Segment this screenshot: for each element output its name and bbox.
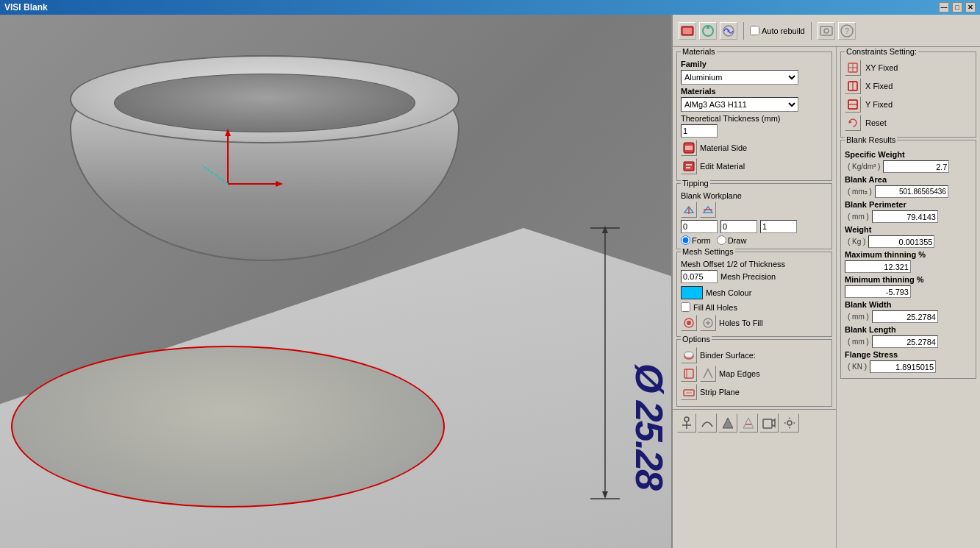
blank-length-unit: ( mm )	[848, 338, 869, 346]
mesh-colour-swatch[interactable]	[681, 286, 703, 299]
svg-point-16	[824, 29, 829, 33]
svg-point-14	[728, 29, 730, 32]
flange-stress-unit: ( KN )	[848, 363, 867, 371]
holes-to-fill-label: Holes To Fill	[719, 319, 763, 327]
family-label: Family	[681, 60, 828, 68]
svg-point-32	[684, 352, 693, 357]
coord-x-input[interactable]	[681, 220, 718, 233]
toolbar-separator-1	[743, 22, 744, 40]
materials-section: Materials Family Aluminium Materials AlM…	[676, 51, 832, 181]
toolbar-separator-2	[811, 22, 812, 40]
reset-icon[interactable]	[845, 115, 861, 131]
strip-plane-icon[interactable]	[681, 384, 697, 400]
form-radio-label[interactable]: Form	[681, 235, 711, 245]
constraints-section: Constraints Setting: XY Fixed X Fixed	[840, 51, 976, 138]
binder-surface-label: Binder Surface:	[700, 351, 756, 360]
minimize-button[interactable]: ―	[939, 2, 949, 13]
measure-icon[interactable]	[720, 22, 737, 40]
svg-line-4	[202, 166, 228, 184]
x-fixed-row: X Fixed	[845, 78, 972, 94]
map-edges-label: Map Edges	[719, 369, 760, 378]
family-dropdown[interactable]: Aluminium	[681, 70, 798, 85]
options-legend: Options	[681, 335, 712, 344]
max-thinning-group: Maximum thinning %	[845, 250, 972, 259]
map-edges-row: Map Edges	[681, 366, 828, 382]
strip-plane-label: Strip Plane	[700, 388, 740, 396]
draw-label-text: Draw	[728, 236, 747, 245]
fill-all-holes-checkbox[interactable]	[681, 302, 690, 312]
bowl-inner	[114, 74, 415, 132]
material-side-label: Material Side	[700, 143, 747, 152]
draw-radio[interactable]	[717, 235, 726, 245]
coord-y-input[interactable]	[720, 220, 757, 233]
maximize-button[interactable]: □	[952, 2, 962, 13]
tipping-legend: Tipping	[681, 179, 710, 188]
materials-dropdown[interactable]: AlMg3 AG3 H111	[681, 97, 798, 112]
svg-rect-21	[684, 162, 694, 171]
close-button[interactable]: ✕	[965, 2, 976, 13]
blank-area-unit: ( mm₂ )	[848, 188, 872, 196]
tipping-icon-2[interactable]	[700, 202, 716, 218]
fill-all-holes-label: Fill All Holes	[693, 303, 737, 312]
svg-marker-41	[743, 418, 754, 428]
trim-icon[interactable]	[739, 413, 758, 433]
svg-rect-43	[763, 419, 772, 428]
binder-surface-icon[interactable]	[681, 347, 697, 363]
auto-rebuild-checkbox[interactable]	[750, 26, 759, 35]
svg-text:?: ?	[845, 26, 849, 35]
blank-perimeter-value: 79.4143	[872, 210, 938, 223]
svg-point-29	[687, 321, 691, 325]
y-fixed-icon[interactable]	[845, 96, 861, 113]
thickness-input[interactable]	[681, 124, 718, 138]
auto-rebuild-label[interactable]: Auto rebuild	[750, 26, 805, 35]
coord-z-input[interactable]	[760, 220, 797, 233]
anchor-icon[interactable]	[677, 413, 696, 433]
main-container: Ø 25.28 Auto rebuild	[0, 15, 980, 548]
holes-icon-1[interactable]	[681, 315, 697, 331]
y-fixed-row: Y Fixed	[845, 96, 972, 113]
rebuild-icon[interactable]	[699, 22, 717, 40]
draw-radio-label[interactable]: Draw	[717, 235, 747, 245]
specific-weight-group: Specific Weight	[845, 150, 972, 159]
materials-label: Materials	[681, 87, 828, 96]
viewport[interactable]: Ø 25.28	[0, 15, 671, 548]
window-title: VISI Blank	[4, 2, 48, 13]
blank-length-group: Blank Length	[845, 325, 972, 334]
fill-icon[interactable]	[718, 413, 737, 433]
edit-material-row: Edit Material	[681, 158, 828, 174]
x-fixed-label: X Fixed	[865, 82, 893, 90]
curve-icon[interactable]	[698, 413, 717, 433]
material-side-icon[interactable]	[681, 140, 697, 156]
svg-marker-40	[723, 418, 733, 428]
export-icon[interactable]	[759, 413, 779, 433]
edit-material-icon[interactable]	[681, 158, 697, 174]
svg-rect-20	[685, 146, 693, 150]
blank-results-section: Blank Results Specific Weight ( Kg/dm³ )…	[840, 140, 976, 379]
material-icon[interactable]	[679, 22, 696, 40]
options-section: Options Binder Surface:	[676, 339, 832, 407]
screenshot-icon[interactable]	[818, 22, 835, 40]
y-fixed-label: Y Fixed	[865, 100, 893, 109]
blank-workplane-label: Blank Workplane	[681, 191, 828, 200]
help-icon[interactable]: ?	[838, 22, 856, 40]
tipping-icon-1[interactable]	[681, 202, 697, 218]
blank-width-value: 25.2784	[872, 310, 938, 323]
weight-value: 0.001355	[868, 235, 934, 248]
map-edges-icon-2[interactable]	[700, 366, 716, 382]
xy-fixed-icon[interactable]	[845, 60, 861, 76]
xy-fixed-row: XY Fixed	[845, 60, 972, 76]
form-radio[interactable]	[681, 235, 690, 245]
map-edges-icon-1[interactable]	[681, 366, 697, 382]
window-controls[interactable]: ― □ ✕	[939, 2, 976, 13]
mesh-precision-input[interactable]	[681, 270, 718, 283]
holes-icon-2[interactable]	[700, 315, 716, 331]
svg-rect-15	[820, 26, 832, 35]
specific-weight-value: 2.7	[883, 160, 949, 173]
holes-to-fill-row: Holes To Fill	[681, 315, 828, 331]
form-label-text: Form	[692, 236, 711, 245]
settings-icon[interactable]	[780, 413, 799, 433]
edit-material-label: Edit Material	[700, 162, 745, 171]
x-fixed-icon[interactable]	[845, 78, 861, 94]
title-bar: VISI Blank ― □ ✕	[0, 0, 980, 15]
mesh-colour-label: Mesh Colour	[706, 288, 751, 297]
